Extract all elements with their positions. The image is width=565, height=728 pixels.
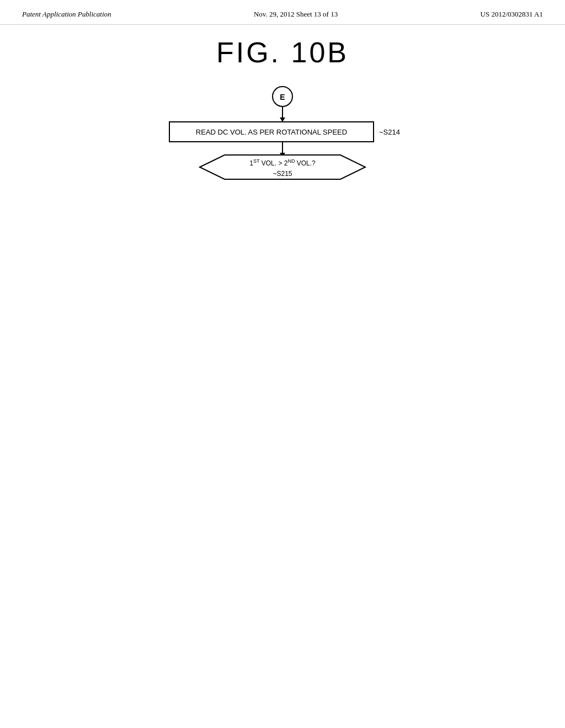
page-header: Patent Application Publication Nov. 29, … <box>0 0 565 25</box>
svg-marker-2 <box>280 117 285 122</box>
diagram-container: FIG. 10B E READ DC VOL. AS PER ROTATIONA… <box>0 25 565 728</box>
svg-text:~S215: ~S215 <box>273 170 292 178</box>
flowchart-svg: E READ DC VOL. AS PER ROTATIONAL SPEED ~… <box>84 80 481 728</box>
s214-label: ~S214 <box>379 128 400 136</box>
svg-text:1ST VOL. > 2ND VOL.?: 1ST VOL. > 2ND VOL.? <box>249 158 316 167</box>
s214-text: READ DC VOL. AS PER ROTATIONAL SPEED <box>196 128 347 136</box>
e-circle-label: E <box>280 93 285 101</box>
header-left: Patent Application Publication <box>22 10 111 19</box>
fig-title: FIG. 10B <box>216 36 349 69</box>
s215-diamond: 1ST VOL. > 2ND VOL.? ~S215 <box>200 155 365 179</box>
header-center: Nov. 29, 2012 Sheet 13 of 13 <box>254 10 338 19</box>
header-right: US 2012/0302831 A1 <box>481 10 543 19</box>
